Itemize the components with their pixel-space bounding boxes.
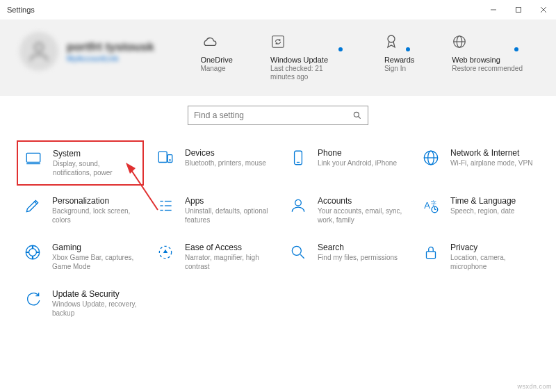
phone-icon (288, 148, 308, 168)
personalization-icon (23, 196, 42, 215)
titlebar: Settings (0, 0, 556, 19)
ease-icon (156, 243, 175, 262)
svg-point-10 (354, 112, 359, 117)
avatar-icon (19, 32, 58, 71)
minimize-button[interactable] (481, 0, 506, 19)
maximize-button[interactable] (506, 0, 531, 19)
svg-rect-1 (516, 8, 521, 13)
category-title: System (53, 149, 137, 158)
cloud-icon (200, 32, 232, 51)
category-title: Personalization (52, 196, 138, 206)
category-title: Privacy (450, 243, 536, 252)
apps-icon (156, 196, 175, 215)
svg-point-37 (292, 246, 301, 255)
category-title: Network & Internet (450, 148, 532, 158)
svg-rect-5 (272, 36, 284, 48)
svg-point-4 (35, 43, 43, 51)
globe-icon (452, 32, 523, 51)
profile-link[interactable]: MyAccountLink (67, 54, 154, 63)
category-title: Time & Language (450, 196, 516, 206)
search-cat-icon (288, 243, 308, 262)
svg-rect-14 (158, 152, 167, 162)
close-button[interactable] (531, 0, 556, 19)
profile-name: portfrt tystousk (67, 40, 154, 54)
svg-text:字: 字 (431, 200, 436, 206)
category-title: Accounts (318, 196, 403, 206)
accounts-icon (288, 196, 308, 215)
category-privacy[interactable]: PrivacyLocation, camera, microphone (415, 235, 542, 279)
svg-rect-39 (427, 252, 436, 259)
ribbon-icon (384, 32, 414, 51)
category-title: Update & Security (52, 289, 138, 299)
window-title: Settings (7, 6, 35, 14)
update-sec-icon (23, 289, 42, 309)
svg-point-28 (295, 199, 302, 206)
svg-rect-15 (167, 155, 172, 163)
svg-line-11 (359, 117, 361, 119)
update-tile[interactable]: Windows Update Last checked: 21 minutes … (270, 32, 347, 81)
svg-point-35 (29, 249, 37, 256)
category-desc: Narrator, magnifier, high contrast (185, 254, 270, 271)
category-apps[interactable]: AppsUninstall, defaults, optional featur… (149, 188, 277, 232)
category-search-cat[interactable]: SearchFind my files, permissions (282, 235, 409, 279)
time-icon: A字 (421, 196, 441, 215)
svg-point-16 (170, 160, 170, 161)
category-desc: Xbox Game Bar, captures, Game Mode (52, 254, 138, 271)
category-system[interactable]: SystemDisplay, sound, notifications, pow… (17, 140, 144, 186)
window-controls (481, 0, 556, 19)
category-devices[interactable]: DevicesBluetooth, printers, mouse (149, 140, 277, 186)
category-desc: Background, lock screen, colors (52, 207, 138, 224)
web-tile[interactable]: Web browsing Restore recommended (452, 32, 523, 81)
profile[interactable]: portfrt tystousk MyAccountLink (19, 32, 188, 71)
category-desc: Uninstall, defaults, optional features (185, 207, 270, 224)
category-accounts[interactable]: AccountsYour accounts, email, sync, work… (282, 188, 409, 232)
gaming-icon (23, 243, 42, 262)
category-desc: Your accounts, email, sync, work, family (318, 207, 403, 224)
onedrive-tile[interactable]: OneDrive Manage (200, 32, 232, 81)
svg-text:A: A (424, 200, 430, 211)
category-grid: SystemDisplay, sound, notifications, pow… (0, 138, 556, 332)
category-desc: Link your Android, iPhone (318, 159, 397, 168)
category-title: Phone (318, 148, 397, 158)
category-desc: Find my files, permissions (318, 254, 398, 263)
category-desc: Windows Update, recovery, backup (52, 300, 138, 318)
category-phone[interactable]: PhoneLink your Android, iPhone (282, 140, 409, 186)
privacy-icon (421, 243, 441, 262)
category-gaming[interactable]: GamingXbox Game Bar, captures, Game Mode (17, 235, 144, 279)
category-title: Ease of Access (185, 243, 270, 252)
category-desc: Display, sound, notifications, power (53, 160, 137, 177)
category-time[interactable]: A字Time & LanguageSpeech, region, date (415, 188, 542, 232)
sync-icon (270, 32, 347, 51)
category-title: Apps (185, 196, 270, 206)
search-input[interactable] (194, 111, 352, 120)
category-desc: Location, camera, microphone (450, 254, 536, 271)
category-network[interactable]: Network & InternetWi-Fi, airplane mode, … (415, 140, 542, 186)
rewards-tile[interactable]: Rewards Sign In (384, 32, 414, 81)
svg-line-38 (300, 254, 304, 258)
system-icon (24, 149, 43, 168)
search-icon (352, 111, 362, 120)
category-title: Gaming (52, 243, 138, 252)
status-tiles: OneDrive Manage Windows Update Last chec… (200, 32, 537, 81)
category-desc: Speech, region, date (450, 207, 516, 216)
watermark: wsxdn.com (517, 383, 552, 390)
category-ease[interactable]: Ease of AccessNarrator, magnifier, high … (149, 235, 277, 279)
search-box[interactable] (188, 106, 368, 125)
svg-point-6 (388, 35, 395, 42)
header: portfrt tystousk MyAccountLink OneDrive … (0, 19, 556, 96)
search-row (0, 96, 556, 138)
category-personalization[interactable]: PersonalizationBackground, lock screen, … (17, 188, 144, 232)
category-desc: Wi-Fi, airplane mode, VPN (450, 159, 532, 168)
svg-rect-12 (26, 153, 40, 162)
category-title: Devices (185, 148, 266, 158)
category-title: Search (318, 243, 398, 252)
category-update-sec[interactable]: Update & SecurityWindows Update, recover… (17, 281, 144, 325)
devices-icon (156, 148, 175, 168)
network-icon (421, 148, 441, 168)
category-desc: Bluetooth, printers, mouse (185, 159, 266, 168)
